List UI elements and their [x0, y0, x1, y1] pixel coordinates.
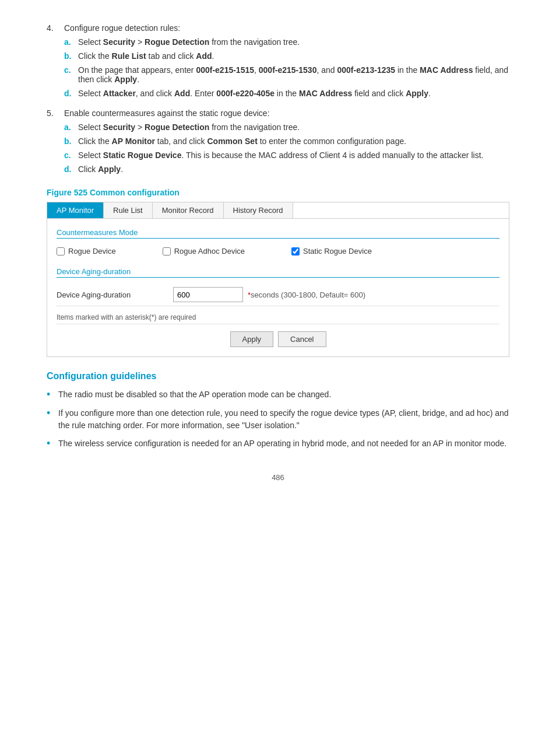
step-4-number: 4. [47, 23, 64, 33]
step-4a-text: Select Security > Rogue Detection from t… [78, 37, 300, 47]
aging-input[interactable] [173, 287, 243, 302]
tab-history-record[interactable]: History Record [224, 202, 293, 218]
guideline-text-1: The radio must be disabled so that the A… [58, 388, 331, 401]
figure-title: Figure 525 Common configuration [47, 188, 509, 197]
step-5-content: Enable countermeasures against the stati… [64, 108, 509, 178]
step-4d: d. Select Attacker, and click Add. Enter… [64, 89, 509, 98]
panel-body: Countermeasures Mode Rogue Device Rogue … [47, 219, 509, 356]
guideline-item-1: • The radio must be disabled so that the… [47, 388, 509, 401]
step-5b-label: b. [64, 136, 78, 146]
guideline-item-3: • The wireless service configuration is … [47, 438, 509, 450]
step-5a-label: a. [64, 123, 78, 132]
rogue-device-label: Rogue Device [68, 247, 116, 256]
step-4b: b. Click the Rule List tab and click Add… [64, 51, 509, 61]
bullet-1: • [47, 388, 58, 401]
step-4a: a. Select Security > Rogue Detection fro… [64, 37, 509, 47]
step-4-text: Configure rogue detection rules: [64, 23, 180, 33]
static-rogue-checkbox-item: Static Rogue Device [291, 247, 372, 256]
aging-section-header: Device Aging-duration [57, 267, 499, 278]
step-4-content: Configure rogue detection rules: a. Sele… [64, 23, 509, 103]
bullet-3: • [47, 438, 58, 450]
tab-bar: AP Monitor Rule List Monitor Record Hist… [47, 202, 509, 219]
step-4a-label: a. [64, 37, 78, 47]
step-4c: c. On the page that appears, enter 000f-… [64, 65, 509, 84]
step-4d-label: d. [64, 89, 78, 98]
countermeasures-section-header: Countermeasures Mode [57, 228, 499, 239]
rogue-device-checkbox-item: Rogue Device [57, 247, 116, 256]
form-row: Device Aging-duration * seconds (300-180… [57, 284, 499, 306]
config-guidelines: Configuration guidelines • The radio mus… [47, 371, 509, 450]
checkbox-row: Rogue Device Rogue Adhoc Device Static R… [57, 244, 499, 258]
step-5d-label: d. [64, 164, 78, 174]
static-rogue-label: Static Rogue Device [303, 247, 372, 256]
step-4b-label: b. [64, 51, 78, 61]
guideline-text-3: The wireless service configuration is ne… [58, 438, 506, 450]
step-4d-text: Select Attacker, and click Add. Enter 00… [78, 89, 431, 98]
step-4b-text: Click the Rule List tab and click Add. [78, 51, 214, 61]
step-5a-text: Select Security > Rogue Detection from t… [78, 123, 300, 132]
ui-panel: AP Monitor Rule List Monitor Record Hist… [47, 202, 509, 357]
page-number: 486 [47, 473, 509, 482]
guidelines-bullet-list: • The radio must be disabled so that the… [47, 388, 509, 450]
cancel-button[interactable]: Cancel [278, 331, 326, 347]
step-5c-text: Select Static Rogue Device. This is beca… [78, 150, 483, 160]
rogue-device-checkbox[interactable] [57, 247, 65, 256]
tab-rule-list[interactable]: Rule List [104, 202, 153, 218]
step-4-container: 4. Configure rogue detection rules: a. S… [47, 23, 509, 103]
rogue-adhoc-checkbox-item: Rogue Adhoc Device [163, 247, 245, 256]
tab-monitor-record[interactable]: Monitor Record [153, 202, 224, 218]
step-5d: d. Click Apply. [64, 164, 509, 174]
guideline-item-2: • If you configure more than one detecti… [47, 407, 509, 432]
rogue-adhoc-checkbox[interactable] [163, 247, 171, 256]
config-guidelines-title: Configuration guidelines [47, 371, 509, 382]
step-5c-label: c. [64, 150, 78, 160]
step-5-number: 5. [47, 108, 64, 118]
static-rogue-checkbox[interactable] [291, 247, 300, 256]
step-5b-text: Click the AP Monitor tab, and click Comm… [78, 136, 406, 146]
hint-text: seconds (300-1800, Default= 600) [251, 290, 365, 299]
step-5-container: 5. Enable countermeasures against the st… [47, 108, 509, 178]
rogue-adhoc-label: Rogue Adhoc Device [174, 247, 245, 256]
required-note: Items marked with an asterisk(*) are req… [57, 311, 499, 324]
button-row: Apply Cancel [57, 331, 499, 347]
tab-ap-monitor[interactable]: AP Monitor [47, 202, 104, 218]
step-5a: a. Select Security > Rogue Detection fro… [64, 123, 509, 132]
step-5c: c. Select Static Rogue Device. This is b… [64, 150, 509, 160]
aging-form-label: Device Aging-duration [57, 290, 173, 299]
step-4c-text: On the page that appears, enter 000f-e21… [78, 65, 509, 84]
step-4c-label: c. [64, 65, 78, 84]
bullet-2: • [47, 407, 58, 420]
apply-button[interactable]: Apply [230, 331, 274, 347]
guideline-text-2: If you configure more than one detection… [58, 407, 509, 432]
step-5-text: Enable countermeasures against the stati… [64, 108, 270, 118]
step-5d-text: Click Apply. [78, 164, 123, 174]
step-5b: b. Click the AP Monitor tab, and click C… [64, 136, 509, 146]
